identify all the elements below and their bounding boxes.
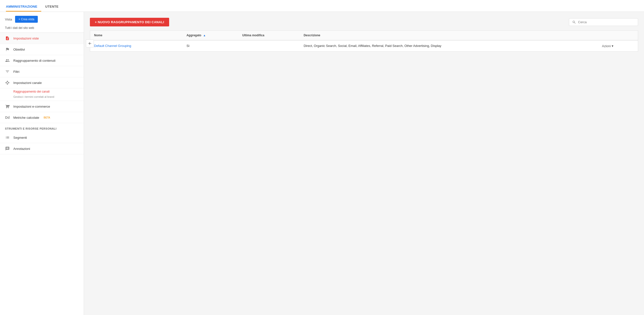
new-group-button[interactable]: + NUOVO RAGGRUPPAMENTO DEI CANALI <box>90 18 169 26</box>
flag-icon <box>5 47 10 52</box>
nav-item-amministrazione[interactable]: AMMINISTRAZIONE <box>6 1 41 12</box>
person-icon <box>5 58 10 63</box>
default-channel-grouping-link[interactable]: Default Channel Grouping <box>94 44 131 48</box>
sidebar-item-metriche-calcolate[interactable]: Dd Metriche calcolate BETA <box>0 112 84 123</box>
col-header-azioni <box>598 30 638 40</box>
segments-icon <box>5 135 10 140</box>
search-input[interactable] <box>578 20 635 24</box>
table-header-row: Nome Aggregato ▲ Ultima modifica Descriz… <box>90 30 638 40</box>
data-table: Nome Aggregato ▲ Ultima modifica Descriz… <box>90 30 638 52</box>
col-header-nome: Nome <box>90 30 183 40</box>
back-button[interactable] <box>86 40 94 48</box>
search-box <box>569 18 638 26</box>
azioni-label: Azioni <box>602 44 611 48</box>
cell-descrizione: Direct, Organic Search, Social, Email, A… <box>300 40 598 52</box>
sidebar-item-label-impostazioni-canale: Impostazioni canale <box>13 81 42 85</box>
vista-label: Vista <box>5 18 12 21</box>
arrows-icon <box>5 80 10 85</box>
nav-item-utente[interactable]: UTENTE <box>45 1 62 12</box>
sidebar-item-impostazioni-ecommerce[interactable]: Impostazioni e-commerce <box>0 101 84 112</box>
sort-arrow-icon: ▲ <box>203 34 206 37</box>
sidebar-item-filtri[interactable]: Filtri <box>0 66 84 77</box>
cart-icon <box>5 104 10 109</box>
sidebar-item-impostazioni-canale[interactable]: Impostazioni canale <box>0 77 84 88</box>
cell-nome: Default Channel Grouping <box>90 40 183 52</box>
sidebar-item-label-filtri: Filtri <box>13 70 20 74</box>
sidebar-sub-item-raggruppamento-canali[interactable]: Raggruppamento dei canali <box>0 88 84 95</box>
sidebar-item-impostazioni-viste[interactable]: Impostazioni viste <box>0 33 84 44</box>
sidebar-item-label-obiettivi: Obiettivi <box>13 48 25 51</box>
sidebar-item-label-segmenti: Segmenti <box>13 136 27 140</box>
col-header-ultima-modifica: Ultima modifica <box>238 30 300 40</box>
filter-icon <box>5 69 10 74</box>
doc-icon <box>5 36 10 41</box>
col-header-descrizione: Descrizione <box>300 30 598 40</box>
sito-label: Tutti i dati del sito web <box>0 25 84 33</box>
sidebar-item-label-metriche: Metriche calcolate <box>13 116 39 120</box>
sidebar-item-annotazioni[interactable]: Annotazioni <box>0 143 84 154</box>
sidebar-item-obiettivi[interactable]: Obiettivi <box>0 44 84 55</box>
crea-vista-button[interactable]: + Crea vista <box>15 16 38 23</box>
main-layout: Vista + Crea vista Tutti i dati del sito… <box>0 12 644 315</box>
sidebar-item-raggruppamento-contenuti[interactable]: Raggruppamento di contenuti <box>0 55 84 66</box>
sidebar-item-label-impostazioni-viste: Impostazioni viste <box>13 36 39 40</box>
search-icon <box>572 20 576 24</box>
dd-icon: Dd <box>5 115 10 120</box>
sidebar-item-label-ecommerce: Impostazioni e-commerce <box>13 105 50 108</box>
annotazioni-icon <box>5 146 10 151</box>
cell-ultima-modifica <box>238 40 300 52</box>
personal-section-title: STRUMENTI E RISORSE PERSONALI <box>0 123 84 132</box>
vista-section: Vista + Crea vista <box>0 12 84 25</box>
sidebar: Vista + Crea vista Tutti i dati del sito… <box>0 12 84 315</box>
sidebar-item-label-raggruppamento-contenuti: Raggruppamento di contenuti <box>13 59 56 62</box>
content-area: + NUOVO RAGGRUPPAMENTO DEI CANALI Nome <box>84 12 644 315</box>
top-nav: AMMINISTRAZIONE UTENTE <box>0 0 644 12</box>
sidebar-item-segmenti[interactable]: Segmenti <box>0 132 84 143</box>
cell-azioni: Azioni ▾ <box>598 40 638 52</box>
actions-container: Azioni ▾ <box>602 44 634 48</box>
beta-badge: BETA <box>44 116 50 119</box>
actions-dropdown-icon[interactable]: ▾ <box>612 44 614 48</box>
sidebar-sub-desc-gestisci: Gestisci i termini correlati al brand <box>0 95 84 101</box>
col-header-aggregato[interactable]: Aggregato ▲ <box>182 30 238 40</box>
cell-aggregato: Sì <box>182 40 238 52</box>
content-toolbar: + NUOVO RAGGRUPPAMENTO DEI CANALI <box>90 18 638 26</box>
sidebar-item-label-annotazioni: Annotazioni <box>13 147 30 150</box>
table-row: Default Channel Grouping Sì Direct, Orga… <box>90 40 638 52</box>
